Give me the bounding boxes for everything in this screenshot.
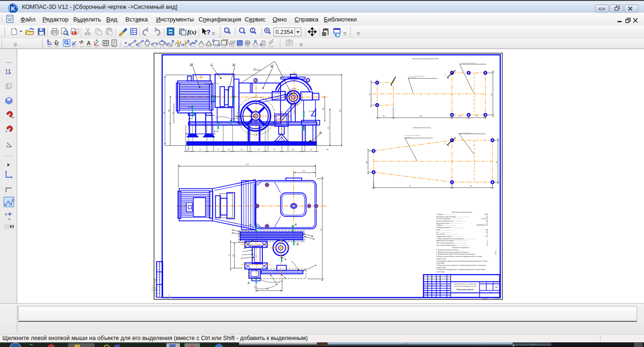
svg-text:6: 6: [487, 233, 488, 235]
svg-text:Е: Е: [249, 223, 251, 225]
svg-text:нормам сборки: нормам сборки: [436, 267, 446, 269]
svg-text:700: 700: [369, 93, 371, 96]
svg-text:X: X: [168, 294, 170, 297]
svg-text:210: 210: [302, 170, 305, 172]
svg-text:В: В: [213, 130, 215, 132]
svg-text:Натяжение ленты ..............: Натяжение ленты ........................…: [436, 222, 462, 224]
svg-text:монтаже узла: монтаже узла: [436, 258, 446, 260]
svg-text:135: 135: [228, 149, 230, 151]
svg-text:710: 710: [163, 112, 165, 114]
svg-text:5. Общее передаточное число ре: 5. Общее передаточное число редуктора ..…: [436, 238, 477, 240]
svg-text:Ж: Ж: [251, 239, 253, 241]
svg-text:87: 87: [310, 149, 312, 151]
svg-text:88: 88: [258, 149, 260, 151]
svg-text:330: 330: [459, 115, 461, 117]
svg-text:15: 15: [271, 64, 274, 67]
svg-text:2. Поверхности их окрасить бе: 2. Поверхности их окрасить белой по балл…: [436, 251, 469, 253]
svg-text:Масштаб: Масштаб: [493, 282, 499, 283]
svg-text:срок службы подшипников ......: срок службы подшипников ................…: [436, 242, 467, 244]
svg-text:4. Осевой зазор вала блоков н: 4. Осевой зазор вала блоков натяжного ба…: [436, 255, 482, 257]
svg-text:78: 78: [409, 185, 411, 187]
svg-text:146: 146: [172, 112, 174, 114]
svg-text:91: 91: [217, 149, 219, 151]
svg-text:Разраб.: Разраб.: [424, 287, 427, 288]
svg-text:Y: Y: [5, 212, 7, 217]
svg-text:150: 150: [486, 231, 488, 233]
svg-text:900: 900: [491, 93, 493, 96]
svg-text:срок службы батарей впуска ...: срок службы батарей впуска .............…: [436, 244, 469, 246]
svg-text:10: 10: [486, 216, 488, 218]
svg-text:52: 52: [486, 222, 488, 224]
svg-text:14: 14: [233, 63, 235, 66]
svg-text:Н.контр.: Н.контр.: [424, 294, 428, 295]
svg-text:Частота вращения вала ........: Частота вращения вала ..................…: [436, 220, 466, 222]
svg-text:3. Размеры натяга колес и бол: 3. Размеры натяга колес и болтов окрасит…: [436, 253, 475, 255]
svg-text:Б: Б: [188, 118, 190, 120]
svg-text:Д: Д: [295, 223, 296, 225]
svg-text:Б: Б: [188, 106, 190, 108]
svg-text:Г: Г: [308, 110, 310, 112]
svg-text:Техническая характеристика: Техническая характеристика: [452, 211, 472, 213]
svg-text:80: 80: [383, 115, 385, 117]
svg-text:Дата: Дата: [447, 285, 450, 285]
svg-text:по Болтам: по Болтам: [404, 137, 410, 138]
svg-text:Сборочный чертеж: Сборочный чертеж: [456, 288, 474, 291]
svg-text:M24: M24: [444, 75, 446, 76]
svg-text:10: 10: [190, 63, 193, 66]
svg-text:Т.контр.: Т.контр.: [424, 291, 428, 292]
svg-text:Формат А1: Формат А1: [495, 298, 501, 299]
svg-text:150: 150: [475, 115, 478, 117]
svg-text:3: 3: [285, 258, 286, 261]
svg-text:12: 12: [311, 235, 313, 237]
svg-text:M16: M16: [393, 80, 396, 81]
svg-text:Технические требования: Технические требования: [452, 247, 469, 249]
svg-text:74: 74: [274, 149, 275, 151]
svg-text:Литера: Литера: [480, 282, 484, 283]
svg-text:см. Болты фунд. болтов общего: см. Болты фунд. болтов общего: [408, 76, 425, 77]
svg-text:80: 80: [241, 149, 243, 151]
svg-text:(при ширине линии конвейера ..: (при ширине линии конвейера ............…: [436, 215, 469, 218]
svg-text:f(x): f(x): [187, 28, 197, 35]
svg-text:И: И: [296, 243, 299, 245]
svg-text:5. Несовпадение общих плоскос: 5. Несовпадение общих плоскостей сборочн…: [436, 260, 488, 262]
svg-text:4АМ 90L6-Е2-УЗ: 4АМ 90L6-Е2-УЗ: [477, 224, 488, 226]
svg-text:180: 180: [326, 149, 329, 151]
svg-text:6. Сборку вала вести совместн: 6. Сборку вала вести совместно с обеими …: [436, 264, 486, 266]
svg-text:1210: 1210: [246, 164, 249, 166]
svg-text:ленточного конвейера в сб. чер: ленточного конвейера в сб. чер.: [453, 285, 477, 287]
svg-text:Лист: Лист: [427, 285, 430, 285]
svg-text:111: 111: [253, 68, 256, 70]
svg-text:Схема расположения стяжек: Схема расположения стяжек: [413, 127, 431, 129]
svg-text:№ докум.: № докум.: [432, 285, 436, 285]
svg-text:?: ?: [206, 28, 211, 36]
svg-text:6: 6: [487, 240, 488, 242]
svg-text:536: 536: [328, 127, 329, 129]
svg-text:1100: 1100: [419, 115, 422, 117]
svg-text:М20: М20: [443, 143, 446, 145]
svg-text:1: 1: [211, 63, 212, 66]
svg-text:Блок натяжного устройства: Блок натяжного устройства: [453, 283, 476, 285]
svg-text:?: ?: [179, 28, 182, 35]
svg-text:160: 160: [292, 149, 294, 151]
svg-text:7. Остальные техтребования по: 7. Остальные техтребования по сборочным …: [436, 269, 486, 271]
svg-text:4. Редуктор типовой ..........: 4. Редуктор типовой ....................…: [436, 226, 464, 229]
svg-text:500: 500: [496, 161, 498, 163]
svg-text:вес ..........................: вес ................................: [436, 231, 452, 233]
svg-text:срок службы ..................: срок службы ............................…: [436, 233, 458, 235]
svg-text:Утв.: Утв.: [424, 296, 426, 297]
svg-text:см. мелкие болт-болтов: см. мелкие болт-болтов: [459, 132, 471, 134]
svg-text:2. Режим об/работы ...........: 2. Режим об/работы .....................…: [436, 218, 464, 220]
svg-text:А: А: [214, 96, 216, 98]
svg-text:1. Размер для справок по болта: 1. Размер для справок по болтам: [436, 249, 459, 251]
svg-text:5: 5: [243, 250, 244, 253]
svg-text:A: A: [87, 40, 91, 47]
svg-text:10: 10: [486, 244, 488, 246]
svg-text:Схема расположения фундаментны: Схема расположения фундаментных болтов: [412, 58, 439, 60]
svg-text:910: 910: [339, 110, 341, 112]
svg-text:по Болт-Болтам: по Болт-Болтам: [408, 77, 417, 78]
svg-text:400: 400: [168, 110, 170, 112]
svg-text:5: 5: [291, 261, 292, 263]
svg-text:см. Болты фунд. болт-болтов: см. Болты фунд. болт-болтов: [404, 135, 420, 136]
svg-text:20: 20: [486, 242, 488, 244]
svg-text:1. Объемы ....................: 1. Объемы ..............................…: [436, 214, 456, 215]
